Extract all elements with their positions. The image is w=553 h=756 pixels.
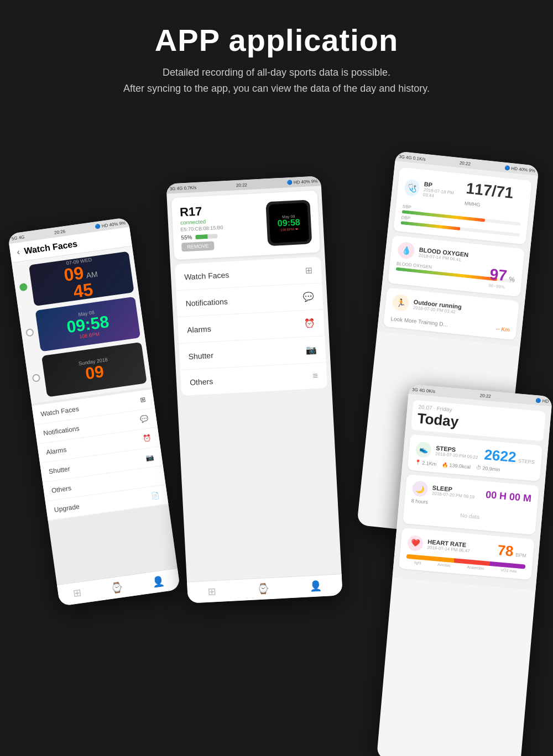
others-icon: ≡	[312, 371, 318, 381]
alarms-icon: ⏰	[304, 318, 315, 329]
shutter-icon: 📷	[305, 344, 317, 355]
steps-unit: STEPS	[518, 458, 535, 465]
left-phone-menu: Watch Faces ⊞ Notifications 💬 Alarms ⏰ S…	[32, 389, 168, 521]
bottom-nav-center: ⊞ ⌚ 👤	[187, 574, 343, 603]
center-menu-list: Watch Faces ⊞ Notifications 💬 Alarms ⏰ S…	[175, 256, 327, 395]
steps-km: 📍 2.1Km	[414, 459, 436, 466]
page-title: APP application	[11, 22, 542, 58]
shutter-label: Shutter	[188, 350, 213, 360]
back-button[interactable]: ‹	[16, 247, 20, 258]
oxygen-value: 97	[489, 265, 508, 284]
km-value: -- Km	[496, 326, 510, 333]
heart-value: 78	[497, 542, 514, 559]
battery-fill	[195, 234, 207, 239]
heart-unit: BPM	[515, 552, 526, 559]
nav-watch-icon[interactable]: ⌚	[110, 581, 124, 595]
others-label: Others	[190, 377, 213, 387]
nav-list-icon[interactable]: ⊞	[72, 586, 82, 600]
oxygen-icon: 💧	[397, 241, 415, 259]
steps-card: 👟 STEPS 2018-07-20 PM 05:22 2622 STEPS 📍…	[408, 434, 543, 481]
watch-faces-label: Watch Faces	[184, 270, 229, 281]
phone-center: 3G 4G 0.7K/s 20:22 🔵 HD 40% 9% R17 conne…	[166, 176, 342, 603]
watch-face-mini: May 08 09:58 108 BPM ❤	[269, 202, 310, 243]
remove-button[interactable]: REMOVE	[181, 241, 215, 251]
nav-watch-icon-center[interactable]: ⌚	[257, 582, 269, 595]
watch-face-list: 07-09 WED 09 AM 45 May 08 09:58	[12, 246, 152, 403]
device-info: R17 connected E5:70:CB:08:15:B0 55% REMO…	[179, 203, 224, 251]
header-section: APP application Detailed recording of al…	[0, 0, 553, 108]
device-card: R17 connected E5:70:CB:08:15:B0 55% REMO…	[171, 190, 320, 260]
nav-profile-icon-center[interactable]: 👤	[309, 580, 322, 592]
oxygen-unit: %	[509, 275, 515, 284]
sleep-card: 🌙 SLEEP 2018-07-20 PM 08:19 00 H 00 M 8 …	[403, 474, 539, 535]
heart-rate-card: ❤️ HEART RATE 2018-07-14 PM 06:47 78 BPM…	[399, 527, 535, 580]
notifications-label: Notifications	[185, 296, 228, 307]
watch-image: May 08 09:58 108 BPM ❤	[265, 200, 312, 246]
health-screen: 🩺 BP 2018-07-18 PM 03:44 117/71 MMHG SBP	[377, 161, 538, 346]
heart-icon: ❤️	[407, 534, 424, 551]
camera-icon: ⊞	[140, 395, 147, 403]
oxygen-range: 96~99%	[488, 283, 514, 291]
steps-value: 2622	[483, 446, 517, 465]
upgrade-icon: 📄	[150, 491, 160, 500]
nav-list-icon-center[interactable]: ⊞	[207, 585, 216, 598]
watch-faces-title: Watch Faces	[23, 239, 78, 256]
look-more-text: Look More Training D...	[390, 316, 448, 328]
device-mac: E5:70:CB:08:15:B0	[180, 224, 223, 232]
radio-selected[interactable]	[19, 282, 28, 291]
watch-face-preview-1: 07-09 WED 09 AM 45	[29, 251, 134, 306]
oxygen-card: 💧 BLOOD OXYGEN 2018-07-14 PM 06:41 BLOOD…	[388, 235, 525, 297]
today-screen: 20.07 · Friday Today 👟 STEPS 2018-07-20 …	[392, 393, 551, 590]
device-name: R17	[179, 203, 222, 219]
phones-container: 5G 4G 20:26 🔵 HD 40% 9% ‹ Watch Faces 07…	[0, 113, 553, 721]
bp-icon: 🩺	[404, 179, 420, 197]
battery-pct: 55%	[181, 234, 192, 240]
running-card: 🏃 Outdoor running 2018-07-20 PM 03:42 Lo…	[383, 287, 519, 340]
sleep-value: 00 H 00 M	[485, 489, 531, 503]
battery-row: 55%	[181, 232, 224, 240]
sleep-icon: 🌙	[412, 480, 429, 497]
bp-card: 🩺 BP 2018-07-18 PM 03:44 117/71 MMHG SBP	[393, 167, 532, 244]
notification-icon: 💬	[140, 414, 149, 423]
phone-left: 5G 4G 20:26 🔵 HD 40% 9% ‹ Watch Faces 07…	[8, 217, 180, 606]
steps-icon: 👟	[415, 441, 432, 458]
today-header: 20.07 · Friday Today	[411, 400, 546, 441]
bp-value: 117/71	[465, 180, 514, 202]
header-subtitle: Detailed recording of all-day sports dat…	[11, 65, 542, 97]
watch-faces-icon: ⊞	[305, 265, 312, 276]
alarm-icon: ⏰	[143, 434, 152, 443]
steps-kcal: 🔥 139.0kcal	[442, 461, 471, 469]
nav-profile-icon[interactable]: 👤	[152, 575, 165, 589]
radio-unselected-2[interactable]	[32, 373, 41, 382]
alarms-label: Alarms	[187, 324, 211, 334]
watch-face-preview-3: Sunday 2018 09	[41, 342, 147, 397]
shutter-icon: 📷	[145, 453, 155, 461]
watch-face-preview-2: May 08 09:58 108 BPM	[35, 296, 141, 351]
bottom-nav-left: ⊞ ⌚ 👤	[57, 568, 180, 606]
steps-min: ⏱ 20.9min	[476, 465, 500, 473]
battery-bar	[195, 233, 217, 239]
bp-unit: MMHG	[465, 200, 481, 207]
running-icon: 🏃	[392, 293, 410, 312]
radio-unselected[interactable]	[25, 328, 34, 337]
notifications-icon: 💬	[302, 291, 314, 302]
